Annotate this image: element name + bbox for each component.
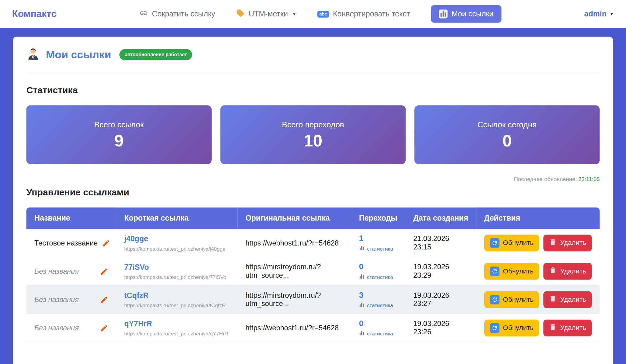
refresh-icon (490, 238, 500, 248)
link-name: Без названия (34, 267, 79, 276)
original-url: https://mirstroydom.ru/?utm_source... (245, 291, 321, 308)
nav-item-utm-tags[interactable]: UTM-метки ▼ (236, 9, 297, 19)
statistics-link[interactable]: статистика (359, 330, 397, 337)
clicks-count: 0 (359, 262, 397, 271)
page-title: Мои ссылки (46, 49, 111, 61)
reset-button[interactable]: Обнулить (484, 263, 539, 280)
stat-value: 9 (114, 132, 124, 149)
original-url: https://webhost1.ru/?r=54628 (245, 324, 339, 332)
user-menu[interactable]: admin ▼ (584, 10, 614, 19)
bar-chart-icon (359, 246, 365, 252)
created-date: 19.03.2026 23:26 (413, 320, 449, 336)
column-header-name: Название (26, 208, 116, 229)
nav-item-convert-text[interactable]: abc Конвертировать текст (317, 10, 410, 19)
last-update-label: Последнее обновление: (514, 176, 577, 182)
bar-chart-icon (359, 302, 365, 309)
created-date: 19.03.2026 23:27 (413, 291, 449, 308)
short-code-link[interactable]: qY7HrR (124, 319, 229, 328)
autorefresh-badge: автообновление работает (119, 49, 192, 60)
stats-section-title: Статистика (26, 85, 600, 96)
trash-icon (549, 295, 557, 304)
edit-name-button[interactable] (100, 267, 108, 276)
stat-card-total-links: Всего ссылок 9 (26, 105, 212, 164)
short-url-text: https://kompakts.ru/test_prilozheniya/77… (124, 274, 229, 280)
nav-item-label: UTM-метки (249, 10, 288, 19)
chevron-down-icon: ▼ (609, 11, 614, 17)
links-table: Название Короткая ссылка Оригинальная сс… (26, 208, 600, 342)
original-url: https://mirstroydom.ru/?utm_source... (245, 263, 321, 279)
stat-label: Всего переходов (282, 120, 344, 129)
chevron-down-icon: ▼ (292, 11, 297, 17)
edit-name-button[interactable] (100, 295, 108, 304)
clicks-count: 1 (359, 234, 397, 243)
column-header-clicks: Переходы (351, 208, 405, 229)
column-header-original-link: Оригинальная ссылка (237, 208, 351, 229)
last-update-time: 22:11:05 (578, 176, 600, 182)
links-section-title: Управление ссылками (26, 187, 600, 198)
stat-card-total-clicks: Всего переходов 10 (220, 105, 406, 164)
bar-chart-icon (359, 274, 365, 280)
link-icon (139, 9, 148, 19)
table-row: Без названия qY7HrR https://kompakts.ru/… (26, 314, 600, 342)
original-url: https://webhost1.ru/?r=54628 (245, 239, 339, 247)
statistics-link[interactable]: статистика (359, 274, 397, 280)
last-update: Последнее обновление: 22:11:05 (26, 176, 600, 182)
table-row: Без названия 77iSVo https://kompakts.ru/… (26, 257, 600, 285)
table-header-row: Название Короткая ссылка Оригинальная сс… (26, 208, 600, 229)
person-briefcase-icon (26, 47, 40, 62)
clicks-count: 0 (359, 319, 397, 328)
table-row: Тестовое название j40gge https://kompakt… (26, 229, 600, 257)
statistics-link[interactable]: статистика (359, 246, 397, 252)
short-url-text: https://kompakts.ru/test_prilozheniya/qY… (124, 331, 229, 337)
main-card: Мои ссылки автообновление работает Стати… (13, 37, 613, 364)
short-url-text: https://kompakts.ru/test_prilozheniya/tC… (124, 302, 229, 308)
reset-button[interactable]: Обнулить (484, 235, 539, 251)
trash-icon (549, 323, 557, 333)
delete-button[interactable]: Удалить (543, 235, 592, 251)
reset-button[interactable]: Обнулить (484, 320, 539, 336)
refresh-icon (490, 266, 500, 276)
link-name: Без названия (34, 324, 79, 332)
link-name: Тестовое название (34, 239, 98, 247)
refresh-icon (490, 323, 500, 333)
edit-name-button[interactable] (100, 324, 108, 332)
nav-item-shorten-link[interactable]: Сократить ссылку (139, 9, 215, 19)
delete-button[interactable]: Удалить (543, 291, 592, 308)
link-name: Без названия (34, 295, 79, 304)
refresh-icon (490, 295, 500, 304)
short-code-link[interactable]: tCqfzR (124, 291, 229, 300)
trash-icon (549, 238, 557, 248)
tag-icon (236, 9, 245, 19)
stats-cards: Всего ссылок 9 Всего переходов 10 Ссылок… (26, 105, 600, 164)
column-header-actions: Действия (476, 208, 600, 229)
clicks-count: 3 (359, 290, 397, 300)
navbar-menu: Сократить ссылку UTM-метки ▼ abc Конверт… (57, 5, 584, 23)
stat-value: 0 (502, 132, 512, 149)
column-header-created: Дата создания (405, 208, 476, 229)
edit-name-button[interactable] (102, 239, 110, 247)
short-code-link[interactable]: 77iSVo (124, 263, 229, 272)
created-date: 21.03.2026 23:15 (413, 235, 449, 251)
short-code-link[interactable]: j40gge (124, 235, 229, 243)
reset-button[interactable]: Обнулить (484, 291, 539, 308)
navbar: Компактс Сократить ссылку UTM-метки ▼ ab… (0, 0, 626, 28)
stat-card-links-today: Ссылок сегодня 0 (414, 105, 600, 164)
page-header: Мои ссылки автообновление работает (26, 47, 600, 73)
trash-icon (549, 266, 557, 276)
delete-button[interactable]: Удалить (543, 320, 592, 336)
table-row: Без названия tCqfzR https://kompakts.ru/… (26, 286, 600, 314)
user-name: admin (584, 10, 606, 19)
nav-item-label: Мои ссылки (451, 10, 493, 19)
short-url-text: https://kompakts.ru/test_prilozheniya/j4… (124, 246, 229, 252)
statistics-link[interactable]: статистика (359, 302, 397, 309)
stat-label: Всего ссылок (94, 120, 144, 129)
bar-chart-icon (359, 330, 365, 337)
bar-chart-icon (439, 10, 448, 19)
viewport: Компактс Сократить ссылку UTM-метки ▼ ab… (0, 0, 626, 364)
delete-button[interactable]: Удалить (543, 263, 592, 280)
abc-icon: abc (317, 11, 329, 17)
created-date: 19.03.2026 23:29 (413, 263, 449, 279)
brand-logo[interactable]: Компактс (12, 9, 56, 20)
column-header-short-link: Короткая ссылка (116, 208, 237, 229)
nav-item-my-links[interactable]: Мои ссылки (431, 5, 502, 23)
